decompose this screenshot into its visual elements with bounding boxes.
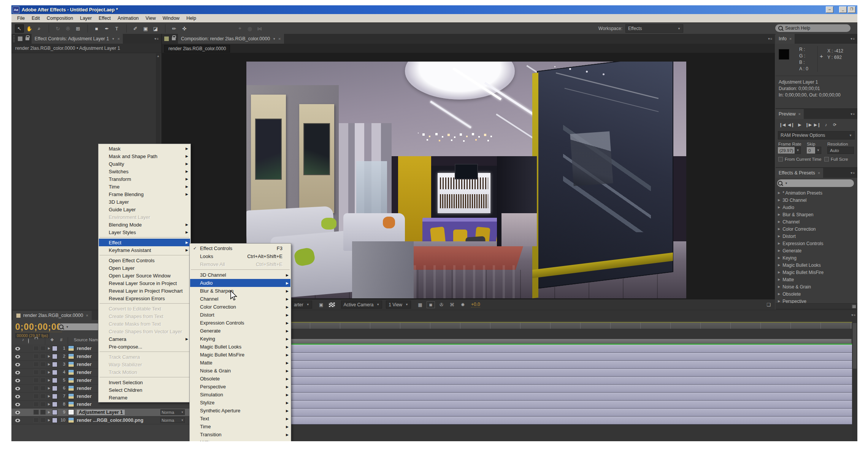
expand-arrow-icon[interactable]: ▶ xyxy=(778,271,780,274)
minimize-button[interactable]: _ xyxy=(839,6,847,13)
menu-item[interactable]: ✓ Matte ▶ xyxy=(190,359,290,367)
workspace-dropdown[interactable]: Effects ▼ xyxy=(625,24,683,33)
label-color-swatch[interactable] xyxy=(52,410,57,415)
menu-item[interactable]: ✓ 3D Layer ▶ xyxy=(99,198,190,206)
menu-item[interactable]: ✓ Generate ▶ xyxy=(190,327,290,335)
layer-name[interactable]: render xyxy=(77,370,92,375)
transparency-grid-icon[interactable] xyxy=(328,302,336,308)
transport-button[interactable]: ❙▶ xyxy=(804,121,813,128)
lock-icon[interactable] xyxy=(25,37,29,40)
expand-arrow-icon[interactable]: ▶ xyxy=(778,213,780,216)
blend-mode-dropdown[interactable]: Norma ▼ xyxy=(160,417,185,423)
expand-arrow-icon[interactable]: ▶ xyxy=(48,418,50,422)
visibility-eye-icon[interactable] xyxy=(15,419,20,422)
current-timecode[interactable]: 0;00;00;00 xyxy=(15,322,62,332)
checkbox-icon[interactable] xyxy=(824,157,829,162)
menu-item[interactable]: ✓ Camera ▶ xyxy=(99,335,190,343)
magnification-dropdown[interactable]: arter ▼ xyxy=(291,301,312,309)
menu-item[interactable]: ✓ 3D Channel ▶ xyxy=(190,271,290,279)
label-color-swatch[interactable] xyxy=(52,402,57,407)
layer-name[interactable]: render xyxy=(77,394,92,399)
menu-item[interactable]: ✓ Rename ▶ xyxy=(99,394,190,401)
scroll-up-icon[interactable]: ▲ xyxy=(156,54,160,58)
mask-visibility-icon[interactable]: ◙ xyxy=(427,302,435,308)
restore-inner-window-button[interactable]: ↔ xyxy=(826,6,833,13)
transport-button[interactable]: ◀❙ xyxy=(787,121,795,128)
menu-item[interactable]: ✓ Open Layer ▶ xyxy=(99,264,190,272)
expand-arrow-icon[interactable]: ▶ xyxy=(778,191,780,195)
resolution-dropdown[interactable]: Auto xyxy=(827,147,854,154)
menu-item[interactable]: ✓ Remove All Ctrl+Shift+E ▶ xyxy=(190,260,290,268)
menu-item[interactable]: ✓ Create Shapes from Text ▶ xyxy=(99,312,190,320)
menu-item[interactable]: ✓ Distort ▶ xyxy=(190,311,290,319)
restore-button[interactable]: ❐ xyxy=(848,6,855,13)
visibility-eye-icon[interactable] xyxy=(15,363,20,366)
menu-item[interactable]: ✓ Utility ▶ xyxy=(190,439,290,441)
effects-category[interactable]: ▶ * Animation Presets xyxy=(776,189,857,196)
menu-item[interactable]: ✓ Select Children ▶ xyxy=(99,386,190,394)
effects-category[interactable]: ▶ Channel xyxy=(776,218,857,225)
effects-search-input[interactable]: ▼ xyxy=(777,179,854,187)
axis-mode-button[interactable]: ◎ xyxy=(245,24,254,33)
view-layout-dropdown[interactable]: 1 View ▼ xyxy=(386,301,411,309)
menu-item[interactable]: ✓ Environment Layer ▶ xyxy=(99,213,190,221)
tool-button[interactable]: ■ xyxy=(87,24,102,33)
expand-arrow-icon[interactable]: ▶ xyxy=(48,371,50,374)
menu-item[interactable]: ✓ Effect ▶ xyxy=(99,239,190,246)
panel-menu-icon[interactable]: ▾≡ xyxy=(851,37,855,41)
tool-button[interactable]: ⊞ xyxy=(73,24,83,33)
lock-icon[interactable] xyxy=(172,37,176,40)
close-icon[interactable]: × xyxy=(117,36,120,41)
close-icon[interactable]: × xyxy=(818,171,820,175)
expand-arrow-icon[interactable]: ▶ xyxy=(778,256,780,260)
audio-toggle[interactable] xyxy=(33,394,39,399)
visibility-eye-icon[interactable] xyxy=(15,411,20,414)
close-icon[interactable]: × xyxy=(278,36,281,41)
menu-item[interactable]: ✓ Track Camera ▶ xyxy=(99,353,190,361)
menu-item[interactable]: ✓ Create Masks from Text ▶ xyxy=(99,320,190,328)
menu-item[interactable]: ✓ Mask ▶ xyxy=(99,145,190,152)
tool-button[interactable]: ✜ xyxy=(180,24,189,33)
expand-arrow-icon[interactable]: ▶ xyxy=(48,394,50,398)
tab-effect-controls[interactable]: Effect Controls: Adjustment Layer 1 ▼ × xyxy=(32,34,123,44)
effects-category[interactable]: ▶ Keying xyxy=(776,254,857,261)
expand-arrow-icon[interactable]: ▶ xyxy=(778,285,780,288)
expand-arrow-icon[interactable]: ▶ xyxy=(48,347,50,350)
audio-toggle[interactable] xyxy=(33,410,39,415)
visibility-eye-icon[interactable] xyxy=(15,403,20,406)
axis-mode-button[interactable]: ⋈ xyxy=(255,24,264,33)
tool-button[interactable]: ✏ xyxy=(165,24,179,33)
effects-category[interactable]: ▶ Blur & Sharpen xyxy=(776,211,857,218)
source-name-column-header[interactable]: Source Name xyxy=(74,337,100,342)
menu-bar-item[interactable]: Effect xyxy=(95,15,114,22)
menu-item[interactable]: ✓ Warp Stabilizer ▶ xyxy=(99,361,190,368)
label-color-swatch[interactable] xyxy=(52,354,57,359)
visibility-eye-icon[interactable] xyxy=(15,395,20,398)
menu-item[interactable]: ✓ Create Shapes from Vector Layer ▶ xyxy=(99,328,190,335)
tool-button[interactable]: ⌕ xyxy=(35,24,44,33)
menu-item[interactable]: ✓ Obsolete ▶ xyxy=(190,375,290,383)
menu-item[interactable]: ✓ Invert Selection ▶ xyxy=(99,379,190,386)
checkbox-icon[interactable] xyxy=(778,157,783,162)
effects-category[interactable]: ▶ Matte xyxy=(776,276,857,283)
effects-category[interactable]: ▶ 3D Channel xyxy=(776,196,857,204)
tool-button[interactable]: ✒ xyxy=(102,24,111,33)
menu-item[interactable]: ✓ Mask and Shape Path ▶ xyxy=(99,152,190,160)
menu-bar-item[interactable]: Composition xyxy=(43,15,76,22)
effects-category[interactable]: ▶ Obsolete xyxy=(776,290,857,298)
effects-category[interactable]: ▶ Expression Controls xyxy=(776,240,857,247)
menu-item[interactable]: ✓ ▶ xyxy=(100,237,189,238)
menu-item[interactable]: ✓ Channel ▶ xyxy=(190,295,290,303)
lock-toggle[interactable] xyxy=(40,354,46,359)
menu-item[interactable]: ✓ ▶ xyxy=(191,269,290,270)
layer-name[interactable]: render xyxy=(77,378,92,383)
exposure-icon[interactable]: ✺ xyxy=(459,302,467,308)
close-icon[interactable]: × xyxy=(789,36,792,41)
tool-button[interactable]: ✐ xyxy=(126,24,140,33)
menu-item[interactable]: ✓ Open Layer Source Window ▶ xyxy=(99,272,190,279)
effects-category[interactable]: ▶ Perspective xyxy=(776,298,857,303)
audio-toggle[interactable] xyxy=(33,402,39,407)
tab-info[interactable]: Info × xyxy=(776,34,795,44)
tool-button[interactable]: ↻ xyxy=(49,24,63,33)
transport-button[interactable]: ❙◀ xyxy=(778,121,787,128)
